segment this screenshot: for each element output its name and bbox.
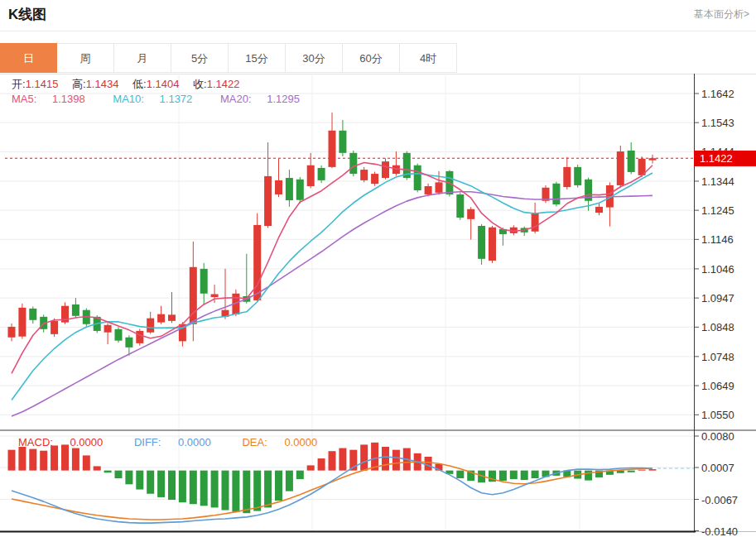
divider — [0, 31, 756, 31]
page-title: K线图 — [8, 5, 46, 24]
tab-60min[interactable]: 60分 — [343, 43, 400, 73]
fundamental-analysis-link[interactable]: 基本面分析> — [694, 7, 749, 22]
tab-month[interactable]: 月 — [114, 43, 171, 73]
kline-widget: K线图 基本面分析> 日 周 月 5分 15分 30分 60分 4时 开:1.1… — [0, 0, 756, 537]
tab-15min[interactable]: 15分 — [229, 43, 286, 73]
main-chart-canvas[interactable] — [0, 72, 756, 537]
tab-5min[interactable]: 5分 — [171, 43, 229, 73]
tab-day[interactable]: 日 — [0, 43, 57, 73]
chart-svg[interactable] — [0, 72, 756, 537]
tab-4hour[interactable]: 4时 — [400, 43, 457, 73]
tab-week[interactable]: 周 — [57, 43, 114, 73]
tab-30min[interactable]: 30分 — [286, 43, 343, 73]
period-tabbar: 日 周 月 5分 15分 30分 60分 4时 — [0, 43, 756, 74]
